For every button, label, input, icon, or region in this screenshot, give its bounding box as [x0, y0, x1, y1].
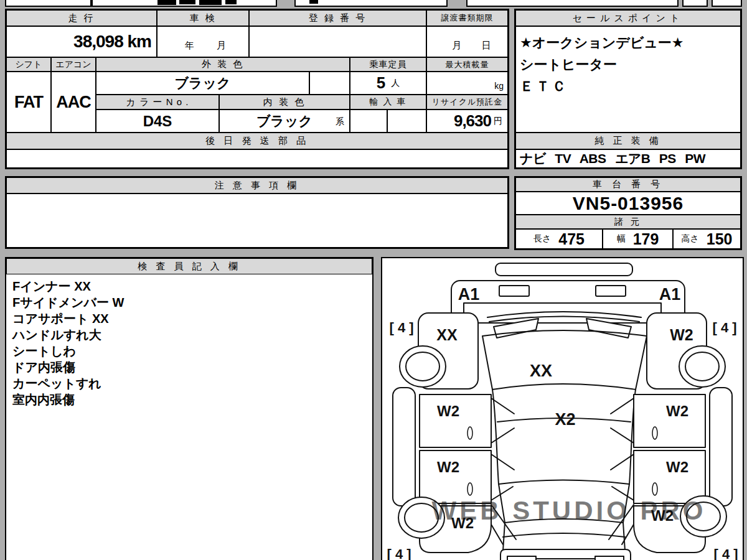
- import-header: 輸 入 車: [350, 95, 426, 110]
- door-handle: [652, 427, 657, 439]
- import-value-2: [387, 110, 426, 133]
- caution-content: [6, 194, 508, 248]
- chassis-value: VN5-013956: [515, 192, 741, 215]
- spec-height: 高さ 150: [673, 229, 741, 249]
- cutoff-row-cell: [682, 0, 708, 7]
- sales-point-item: ★オークションデビュー★: [520, 32, 684, 54]
- damage-label-a1-left: A1: [458, 285, 480, 304]
- shaken-year-label: 年: [185, 40, 194, 52]
- sales-point-item: ＥＴＣ: [520, 75, 568, 97]
- door-handle: [652, 483, 657, 495]
- spec-length: 長さ 475: [515, 229, 603, 249]
- registration-header: 登 録 番 号: [249, 10, 426, 26]
- recycle-deposit-number: 9,630: [454, 111, 491, 131]
- tire-label-rear-right: [ 4 ]: [713, 546, 738, 560]
- auction-sheet: { "colors": {"header_bg": "#d9d9d9", "sh…: [0, 0, 747, 560]
- recycle-deposit-value: 9,630 円: [426, 110, 508, 133]
- later-parts-header: 後 日 発 送 部 品: [6, 133, 508, 149]
- interior-color-suffix: 系: [336, 116, 344, 128]
- sill-right-shape: [710, 388, 732, 506]
- caution-panel: 注 意 事 項 欄: [5, 176, 509, 249]
- windshield-shape: [482, 330, 647, 390]
- inspector-header: 検 査 員 記 入 欄: [6, 258, 372, 274]
- shaken-month-label: 月: [217, 40, 226, 52]
- transfer-deadline-value: 月 日: [426, 26, 508, 57]
- interior-color-value: ブラック 系: [219, 110, 350, 133]
- spec-width-value: 179: [633, 230, 659, 248]
- tire-label-front-left: [ 4 ]: [389, 320, 413, 335]
- damage-label-door-front-right: W2: [666, 403, 688, 419]
- spec-length-value: 475: [558, 230, 585, 248]
- recycle-deposit-unit: 円: [494, 116, 502, 127]
- door-handle: [467, 483, 472, 495]
- sales-point-item: シートヒーター: [520, 54, 617, 75]
- headlight-left-shape: [499, 286, 529, 296]
- transfer-deadline-header: 譲渡書類期限: [426, 10, 508, 26]
- max-load-unit: kg: [494, 81, 504, 91]
- deadline-month-label: 月: [452, 40, 461, 52]
- cutoff-row-cell: [5, 0, 92, 7]
- sales-points-panel: セールスポイント ★オークションデビュー★ シートヒーター ＥＴＣ 純 正 装 …: [514, 9, 742, 169]
- interior-color-header: 内 装 色: [219, 95, 350, 110]
- cutoff-row-cell: [712, 0, 742, 7]
- max-load-header: 最大積載量: [426, 57, 508, 72]
- max-load-value: kg: [426, 72, 508, 95]
- sales-points-content: ★オークションデビュー★ シートヒーター ＥＴＣ: [515, 26, 741, 133]
- tire-label-rear-left: [ 4 ]: [387, 546, 411, 560]
- damage-label-door-rear-right: W2: [666, 459, 688, 475]
- sales-points-header: セールスポイント: [515, 10, 741, 26]
- chassis-specs-panel: 車 台 番 号 VN5-013956 諸 元 長さ 475 幅 179 高さ 1…: [514, 176, 742, 250]
- color-no-value: D4S: [96, 110, 219, 133]
- inspector-notes-panel: 検 査 員 記 入 欄 Fインナー XX Fサイドメンバー W コアサポート X…: [5, 257, 374, 560]
- front-bumper-shape: [496, 263, 632, 276]
- damage-label-windshield: XX: [530, 362, 552, 380]
- capacity-number: 5: [377, 73, 385, 93]
- damage-label-door-rear-left: W2: [437, 459, 459, 475]
- equipment-header: 純 正 装 備: [515, 133, 741, 149]
- headlight-right-shape: [596, 286, 626, 296]
- exterior-color-extra: [309, 72, 350, 95]
- inspector-notes-list: Fインナー XX Fサイドメンバー W コアサポート XX ハンドルすれ大 シー…: [6, 274, 372, 411]
- damage-label-door-front-left: W2: [437, 403, 459, 419]
- damage-label-quarter-right: W2: [651, 507, 674, 524]
- mileage-value: 38,098 km: [6, 26, 157, 57]
- shaken-value: 年 月: [157, 26, 249, 57]
- capacity-unit: 人: [391, 78, 400, 89]
- specs-header: 諸 元: [515, 215, 741, 229]
- chassis-header: 車 台 番 号: [515, 177, 741, 192]
- recycle-deposit-header: リサイクル預託金: [426, 95, 508, 110]
- inspector-note: ドア内張傷: [12, 359, 366, 375]
- car-damage-diagram: WEB STUDIO PRO A1 A1 [ 4 ] [ 4 ] XX W2 X…: [382, 258, 743, 560]
- spec-height-label: 高さ: [681, 233, 698, 245]
- import-value-1: [350, 110, 387, 133]
- aircon-value: AAC: [51, 72, 96, 133]
- sill-left-shape: [393, 388, 415, 506]
- inspector-note: 室内内張傷: [12, 391, 366, 408]
- damage-label-quarter-left: W2: [451, 515, 474, 531]
- tire-label-front-right: [ 4 ]: [712, 320, 736, 335]
- damage-label-roof: X2: [555, 410, 575, 429]
- caution-header: 注 意 事 項 欄: [6, 177, 508, 194]
- shift-value: FAT: [6, 72, 51, 133]
- spec-length-label: 長さ: [533, 233, 551, 245]
- interior-color-name: ブラック: [256, 112, 312, 131]
- inspector-note: ハンドルすれ大: [12, 327, 366, 343]
- inspector-note: シートしわ: [12, 343, 366, 359]
- spec-height-value: 150: [707, 230, 733, 248]
- shift-header: シフト: [6, 57, 51, 72]
- spec-width-label: 幅: [617, 233, 626, 245]
- door-handle: [467, 427, 472, 439]
- deadline-day-label: 日: [482, 40, 491, 52]
- vehicle-info-table: 走 行 車 検 登 録 番 号 譲渡書類期限 38,098 km 年 月 月 日…: [5, 9, 509, 169]
- cutoff-row-cell: [92, 0, 277, 7]
- inspector-note: Fインナー XX: [12, 278, 366, 294]
- spec-width: 幅 179: [603, 229, 673, 249]
- inspector-note: コアサポート XX: [12, 310, 366, 327]
- color-no-header: カ ラ ー N o .: [96, 95, 219, 110]
- damage-label-fender-left: XX: [436, 326, 458, 343]
- cutoff-text-fragment: [309, 0, 318, 4]
- aircon-header: エアコン: [51, 57, 96, 72]
- inspector-note: Fサイドメンバー W: [12, 294, 366, 310]
- mileage-header: 走 行: [6, 10, 157, 26]
- registration-value: [249, 26, 426, 57]
